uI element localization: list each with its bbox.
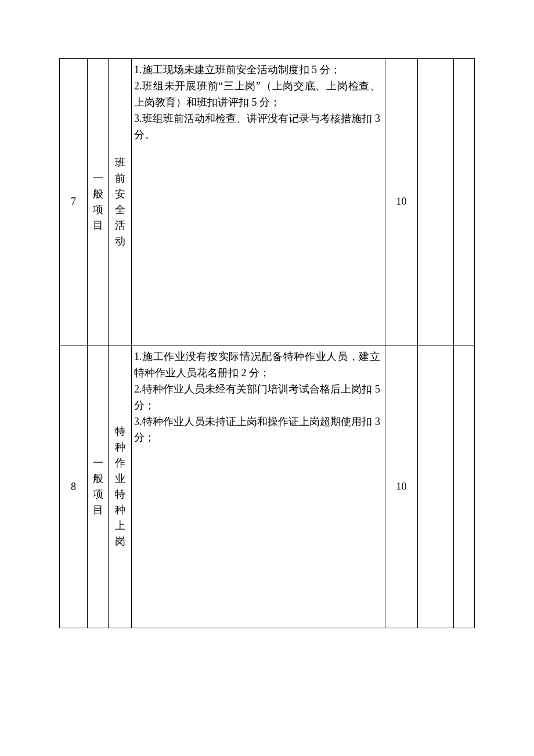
- row-category: 一般项目: [88, 345, 109, 628]
- category-text: 一般项目: [88, 171, 108, 233]
- row-extra1: [418, 59, 454, 345]
- row-number: 8: [60, 345, 88, 628]
- row-content: 1.施工现场未建立班前安全活动制度扣 5 分；2.班组未开展班前“三上岗”（上岗…: [132, 59, 385, 345]
- row-score: 10: [385, 345, 418, 628]
- row-number: 7: [60, 59, 88, 345]
- subject-text: 班前安全活动: [109, 155, 131, 249]
- row-extra2: [454, 345, 475, 628]
- assessment-table: 7 一般项目 班前安全活动 1.施工现场未建立班前安全活动制度扣 5 分；2.班…: [59, 58, 475, 628]
- table-row: 7 一般项目 班前安全活动 1.施工现场未建立班前安全活动制度扣 5 分；2.班…: [60, 59, 475, 345]
- row-content: 1.施工作业没有按实际情况配备特种作业人员，建立特种作业人员花名册扣 2 分；2…: [132, 345, 385, 628]
- category-text: 一般项目: [88, 455, 108, 518]
- subject-text: 特种作业特种上岗: [109, 424, 131, 549]
- table-row: 8 一般项目 特种作业特种上岗 1.施工作业没有按实际情况配备特种作业人员，建立…: [60, 345, 475, 628]
- row-score: 10: [385, 59, 418, 345]
- row-category: 一般项目: [88, 59, 109, 345]
- row-extra1: [418, 345, 454, 628]
- row-extra2: [454, 59, 475, 345]
- row-subject: 特种作业特种上岗: [109, 345, 132, 628]
- row-subject: 班前安全活动: [109, 59, 132, 345]
